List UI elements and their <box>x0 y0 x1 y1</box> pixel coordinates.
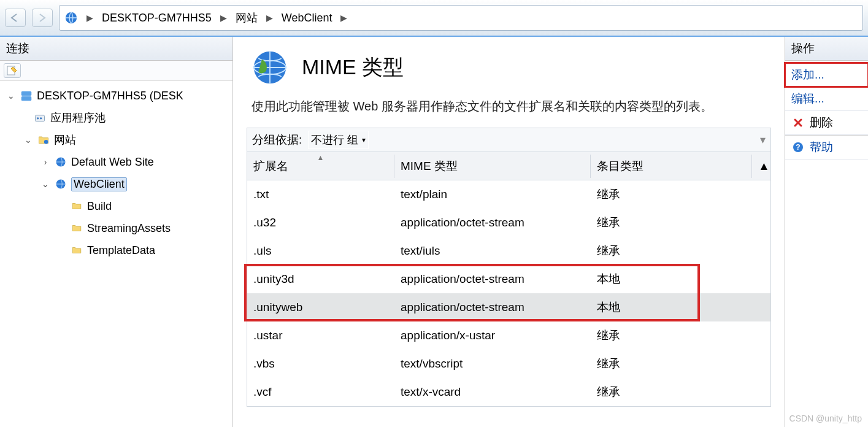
tree-label: WebClient <box>71 177 127 191</box>
table-row[interactable]: .vbstext/vbscript继承 <box>247 350 770 378</box>
tree-label: StreamingAssets <box>87 222 171 235</box>
cell-ext: .uls <box>247 242 394 260</box>
cell-mime: application/octet-stream <box>394 270 591 288</box>
address-bar: ▶ DESKTOP-GM7HHS5 ▶ 网站 ▶ WebClient ▶ <box>0 0 868 37</box>
actions-panel: 操作 添加... 编辑... 删除 ? 帮助 <box>785 37 868 427</box>
action-delete[interactable]: 删除 <box>785 111 868 135</box>
tree-node-webclient[interactable]: ⌄ WebClient <box>6 173 230 195</box>
svg-point-7 <box>44 140 48 144</box>
page-description: 使用此功能管理被 Web 服务器用作静态文件的文件扩展名和关联的内容类型的列表。 <box>233 90 785 123</box>
table-row[interactable]: .txttext/plain继承 <box>247 180 770 209</box>
svg-point-6 <box>40 117 42 119</box>
table-body: .txttext/plain继承.u32application/octet-st… <box>247 180 770 406</box>
folder-icon <box>70 221 83 235</box>
chevron-right-icon: ▶ <box>266 13 273 23</box>
crumb-webclient[interactable]: WebClient <box>282 12 332 25</box>
tree-node-folder[interactable]: Build <box>6 195 230 217</box>
chevron-right-icon: ▶ <box>220 13 227 23</box>
group-by-value: 不进行 组 <box>311 133 358 147</box>
chevron-right-icon: ▶ <box>86 13 93 23</box>
tree-node-app-pools[interactable]: 应用程序池 <box>6 107 230 129</box>
tree-label: 应用程序池 <box>50 110 106 125</box>
cell-mime: application/octet-stream <box>394 214 591 232</box>
cell-mime: application/octet-stream <box>394 298 591 317</box>
tree-label: Build <box>87 200 112 213</box>
svg-rect-3 <box>21 96 32 101</box>
separator-icon: ▾ <box>760 133 766 147</box>
col-mime[interactable]: MIME 类型 <box>394 155 591 178</box>
globe-large-icon <box>252 49 288 86</box>
table-row[interactable]: .unitywebapplication/octet-stream本地 <box>247 293 770 321</box>
tree-label: DESKTOP-GM7HHS5 (DESK <box>37 90 183 102</box>
folder-icon <box>70 244 83 257</box>
group-by-label: 分组依据: <box>252 132 302 148</box>
tree-node-folder[interactable]: StreamingAssets <box>6 217 230 239</box>
breadcrumb[interactable]: ▶ DESKTOP-GM7HHS5 ▶ 网站 ▶ WebClient ▶ <box>59 5 863 31</box>
page-title: MIME 类型 <box>302 53 404 82</box>
cell-ext: .unity3d <box>247 270 394 288</box>
arrow-left-icon <box>9 13 21 23</box>
arrow-right-icon <box>36 13 48 23</box>
cell-ext: .vcf <box>247 383 394 401</box>
server-icon <box>20 89 33 102</box>
globe-icon <box>64 11 78 25</box>
cell-mime: text/vbscript <box>394 355 591 373</box>
tree-node-folder[interactable]: TemplateData <box>6 239 230 261</box>
forward-button[interactable] <box>32 9 53 27</box>
action-help[interactable]: ? 帮助 <box>785 135 868 160</box>
chevron-right-icon: ▶ <box>340 13 347 23</box>
delete-icon <box>791 116 805 129</box>
action-add[interactable]: 添加... <box>785 63 868 87</box>
tree-node-default-site[interactable]: › Default Web Site <box>6 151 230 173</box>
tree-label: TemplateData <box>87 244 155 257</box>
col-entry[interactable]: 条目类型 <box>591 155 752 178</box>
back-button[interactable] <box>5 9 26 27</box>
collapse-icon[interactable]: ⌄ <box>40 179 50 189</box>
cell-entry: 继承 <box>591 240 752 261</box>
expand-icon[interactable]: › <box>40 157 50 167</box>
table-row[interactable]: .u32application/octet-stream继承 <box>247 209 770 237</box>
group-by-select[interactable]: 不进行 组 ▾ <box>308 131 369 149</box>
cell-entry: 继承 <box>591 353 752 374</box>
globe-icon <box>54 177 67 191</box>
mime-table: 扩展名▲ MIME 类型 条目类型 ▲ .txttext/plain继承.u32… <box>247 152 771 407</box>
table-row[interactable]: .ulstext/iuls继承 <box>247 237 770 265</box>
table-row[interactable]: .vcftext/x-vcard继承 <box>247 378 770 406</box>
globe-icon <box>54 155 67 169</box>
collapse-icon[interactable]: ⌄ <box>23 135 33 145</box>
cell-ext: .txt <box>247 185 394 204</box>
svg-point-5 <box>37 117 39 119</box>
cell-mime: text/iuls <box>394 242 591 260</box>
svg-rect-2 <box>21 91 32 96</box>
cell-ext: .u32 <box>247 214 394 232</box>
tree-node-host[interactable]: ⌄ DESKTOP-GM7HHS5 (DESK <box>6 85 230 107</box>
cell-mime: text/x-vcard <box>394 383 591 401</box>
content-panel: MIME 类型 使用此功能管理被 Web 服务器用作静态文件的文件扩展名和关联的… <box>233 37 785 427</box>
tree-label: 网站 <box>54 133 76 147</box>
new-connection-button[interactable] <box>4 63 21 78</box>
cell-entry: 本地 <box>591 269 752 290</box>
folder-icon <box>70 199 83 213</box>
cell-entry: 本地 <box>591 297 752 318</box>
table-row[interactable]: .ustarapplication/x-ustar继承 <box>247 321 770 350</box>
document-pencil-icon <box>7 66 18 75</box>
action-edit[interactable]: 编辑... <box>785 87 868 111</box>
group-by-bar: 分组依据: 不进行 组 ▾ ▾ <box>247 128 771 152</box>
crumb-sites[interactable]: 网站 <box>236 10 258 25</box>
cell-ext: .ustar <box>247 326 394 345</box>
connections-tree: ⌄ DESKTOP-GM7HHS5 (DESK 应用程序池 ⌄ 网站 <box>0 81 232 265</box>
tree-node-sites[interactable]: ⌄ 网站 <box>6 129 230 151</box>
cell-ext: .vbs <box>247 355 394 373</box>
crumb-host[interactable]: DESKTOP-GM7HHS5 <box>102 12 212 25</box>
table-row[interactable]: .unity3dapplication/octet-stream本地 <box>247 265 770 293</box>
cell-entry: 继承 <box>591 382 752 402</box>
cell-mime: application/x-ustar <box>394 326 591 345</box>
table-header[interactable]: 扩展名▲ MIME 类型 条目类型 ▲ <box>247 152 770 180</box>
col-ext[interactable]: 扩展名▲ <box>247 155 394 178</box>
col-scroll: ▲ <box>752 156 770 177</box>
cell-ext: .unityweb <box>247 298 394 317</box>
connections-toolbar <box>0 61 232 81</box>
collapse-icon[interactable]: ⌄ <box>6 91 16 101</box>
svg-text:?: ? <box>796 143 800 152</box>
folder-site-icon <box>37 133 50 147</box>
